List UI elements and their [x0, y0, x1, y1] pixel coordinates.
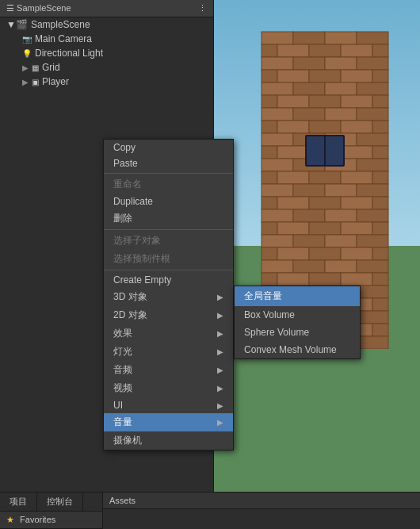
- svg-rect-1: [262, 32, 293, 44]
- svg-rect-108: [372, 324, 388, 336]
- submenu-convex-mesh-volume[interactable]: Convex Mesh Volume: [235, 341, 360, 358]
- duplicate-label: Duplicate: [113, 196, 153, 207]
- paste-label: Paste: [113, 158, 138, 169]
- tab-console[interactable]: 控制台: [37, 493, 83, 511]
- svg-rect-46: [262, 159, 293, 171]
- svg-rect-13: [357, 57, 388, 70]
- separator-2: [104, 229, 233, 230]
- svg-rect-26: [341, 95, 372, 108]
- submenu-arrow-video: ▶: [217, 384, 223, 393]
- svg-rect-70: [309, 222, 341, 235]
- menu-create-empty[interactable]: Create Empty: [104, 272, 233, 288]
- svg-rect-89: [341, 273, 372, 286]
- scene-viewport[interactable]: [214, 0, 420, 492]
- svg-rect-68: [262, 222, 277, 235]
- svg-rect-52: [309, 171, 341, 184]
- svg-rect-10: [262, 57, 293, 70]
- console-tab-label: 控制台: [47, 496, 73, 508]
- svg-rect-15: [277, 70, 309, 82]
- svg-rect-99: [372, 298, 388, 311]
- scene-icon: 🎬: [16, 19, 28, 30]
- svg-rect-59: [262, 197, 277, 209]
- svg-rect-30: [325, 108, 357, 121]
- svg-rect-21: [325, 82, 357, 95]
- svg-rect-40: [357, 133, 388, 146]
- menu-audio[interactable]: 音频 ▶: [104, 361, 233, 379]
- tab-project[interactable]: 项目: [0, 493, 37, 511]
- svg-rect-82: [262, 260, 293, 273]
- svg-rect-27: [372, 95, 388, 108]
- svg-rect-22: [357, 82, 388, 95]
- assets-header: Assets: [103, 493, 420, 509]
- svg-rect-80: [341, 247, 372, 260]
- menu-ui[interactable]: UI ▶: [104, 397, 233, 413]
- submenu-global-volume[interactable]: 全局音量: [235, 286, 360, 306]
- expand-icon: ▶: [22, 63, 29, 72]
- menu-delete[interactable]: 删除: [104, 209, 233, 228]
- separator-3: [104, 270, 233, 270]
- menu-rename: 重命名: [104, 175, 233, 194]
- svg-rect-77: [262, 247, 277, 260]
- svg-rect-112: [357, 336, 388, 349]
- svg-rect-18: [372, 70, 388, 82]
- hierarchy-options-icon[interactable]: ⋮: [198, 3, 207, 13]
- create-empty-label: Create Empty: [113, 274, 171, 286]
- menu-lights[interactable]: 灯光 ▶: [104, 343, 233, 361]
- svg-rect-33: [277, 121, 309, 133]
- submenu-box-volume[interactable]: Box Volume: [235, 306, 360, 324]
- video-label: 视频: [113, 381, 132, 395]
- submenu-arrow-3d: ▶: [217, 293, 223, 301]
- svg-rect-19: [262, 82, 293, 95]
- submenu-sphere-volume[interactable]: Sphere Volume: [235, 324, 360, 341]
- svg-rect-94: [357, 286, 388, 298]
- menu-duplicate[interactable]: Duplicate: [104, 194, 233, 209]
- main-camera-label: Main Camera: [35, 33, 92, 44]
- svg-rect-16: [309, 70, 341, 82]
- svg-rect-36: [372, 121, 388, 133]
- svg-rect-41: [262, 146, 277, 159]
- svg-rect-55: [262, 184, 293, 197]
- svg-rect-14: [262, 70, 277, 82]
- svg-rect-49: [357, 159, 388, 171]
- hierarchy-item-grid[interactable]: ▶ ▦ Grid: [0, 60, 213, 75]
- svg-rect-17: [341, 70, 372, 82]
- box-volume-label: Box Volume: [244, 309, 295, 320]
- bottom-left-panel: 项目 控制台 ★ Favorites: [0, 493, 103, 529]
- svg-rect-12: [325, 57, 357, 70]
- svg-rect-2: [293, 32, 325, 44]
- hierarchy-item-directionallight[interactable]: 💡 Directional Light: [0, 46, 213, 60]
- hierarchy-item-maincamera[interactable]: 📷 Main Camera: [0, 32, 213, 46]
- menu-camera[interactable]: 摄像机: [104, 431, 233, 450]
- select-prefab-label: 选择预制件根: [113, 252, 170, 266]
- scene-root-item[interactable]: ▼ 🎬 SampleScene: [0, 17, 213, 32]
- select-children-label: 选择子对象: [113, 234, 161, 247]
- svg-rect-29: [293, 108, 325, 121]
- svg-rect-86: [262, 273, 277, 286]
- menu-copy[interactable]: Copy: [104, 140, 233, 155]
- menu-2d-objects[interactable]: 2D 对象 ▶: [104, 306, 233, 324]
- menu-video[interactable]: 视频 ▶: [104, 379, 233, 397]
- effects-label: 效果: [113, 327, 132, 340]
- svg-rect-34: [309, 121, 341, 133]
- svg-rect-84: [325, 260, 357, 273]
- svg-rect-50: [262, 171, 277, 184]
- svg-rect-71: [341, 222, 372, 235]
- hierarchy-item-player[interactable]: ▶ ▣ Player: [0, 75, 213, 89]
- svg-rect-54: [372, 171, 388, 184]
- svg-rect-11: [293, 57, 325, 70]
- svg-rect-31: [357, 108, 388, 121]
- delete-label: 删除: [113, 212, 132, 225]
- menu-effects[interactable]: 效果 ▶: [104, 324, 233, 343]
- menu-volume[interactable]: 音量 ▶: [104, 413, 233, 431]
- grid-label: Grid: [42, 62, 60, 73]
- svg-rect-4: [357, 32, 388, 44]
- submenu-arrow-volume: ▶: [217, 418, 223, 427]
- menu-select-prefab: 选择预制件根: [104, 250, 233, 268]
- svg-rect-23: [262, 95, 277, 108]
- menu-paste[interactable]: Paste: [104, 155, 233, 171]
- lights-label: 灯光: [113, 345, 132, 358]
- svg-rect-81: [372, 247, 388, 260]
- menu-3d-objects[interactable]: 3D 对象 ▶: [104, 288, 233, 306]
- rename-label: 重命名: [113, 178, 142, 191]
- svg-rect-42: [277, 146, 309, 159]
